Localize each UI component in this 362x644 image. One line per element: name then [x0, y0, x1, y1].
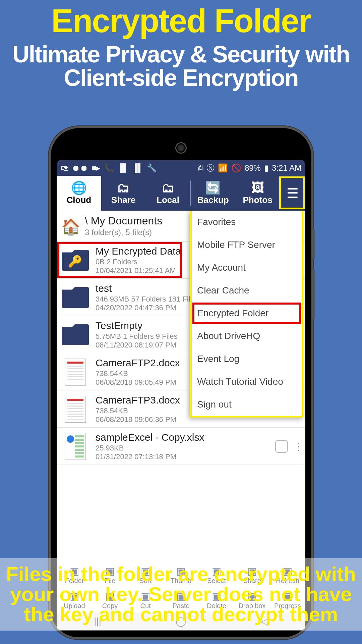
- bag-icon: 🛍: [61, 163, 69, 173]
- encrypted-folder-icon: [62, 250, 89, 271]
- menu-item-clear-cache[interactable]: Clear Cache: [192, 279, 302, 302]
- menu-button[interactable]: ☰: [280, 176, 305, 211]
- spreadsheet-icon: [65, 433, 86, 460]
- document-icon: [65, 396, 86, 423]
- tab-share[interactable]: 🗂 Share: [101, 176, 146, 211]
- call-icon: 📞: [104, 163, 114, 173]
- video-icon: ■▸: [92, 163, 101, 173]
- tab-local[interactable]: 🗂 Local: [146, 176, 190, 211]
- hamburger-icon: ☰: [287, 185, 299, 201]
- list-item[interactable]: sampleExcel - Copy.xlsx25.93KB01/31/2022…: [57, 428, 305, 465]
- promo-footer: Files in the folder are encrypted with y…: [0, 558, 362, 631]
- local-folder-icon: 🗂: [162, 181, 174, 194]
- wrench-icon: 🔧: [147, 163, 157, 173]
- item-more-icon[interactable]: ⋮: [294, 441, 301, 452]
- tab-label: Photos: [243, 195, 273, 205]
- tab-label: Cloud: [67, 195, 92, 205]
- promo-subtitle: Ultimate Privacy & Security with Client-…: [0, 40, 362, 90]
- breadcrumb-path: \ My Documents: [85, 215, 162, 227]
- menu-item-encrypted-folder[interactable]: Encrypted Folder: [192, 302, 302, 325]
- flag-icon: ▐▌: [117, 163, 129, 173]
- menu-item-sign-out[interactable]: Sign out: [192, 393, 302, 416]
- menu-item-mobile-ftp-server[interactable]: Mobile FTP Server: [192, 233, 302, 256]
- item-checkbox[interactable]: [275, 440, 288, 453]
- folder-icon: [62, 324, 89, 345]
- item-date: 01/31/2022 07:13:18 PM: [96, 452, 269, 461]
- backup-icon: 🔄: [205, 181, 221, 194]
- share-folder-icon: 🗂: [117, 181, 130, 194]
- document-icon: [65, 359, 86, 385]
- flag-icon: ▐▌: [132, 163, 143, 173]
- menu-item-favorites[interactable]: Favorites: [192, 211, 302, 233]
- phone-side-button: [312, 269, 315, 319]
- menu-item-event-log[interactable]: Event Log: [192, 347, 302, 370]
- tab-backup[interactable]: 🔄 Backup: [191, 176, 235, 211]
- battery-icon: ▮: [264, 163, 268, 173]
- menu-item-about-drivehq[interactable]: About DriveHQ: [192, 325, 302, 347]
- dnd-icon: 🚫: [231, 163, 241, 173]
- status-bar: 🛍 ⏺⏺ ■▸ 📞 ▐▌ ▐▌ 🔧 ⎙ Ⓝ 📶 🚫 89% ▮ 3:21 AM: [57, 160, 305, 176]
- voicemail-icon: ⏺⏺: [72, 163, 88, 173]
- item-name: sampleExcel - Copy.xlsx: [96, 432, 269, 443]
- tab-label: Local: [157, 195, 179, 205]
- menu-item-my-account[interactable]: My Account: [192, 256, 302, 279]
- cast-icon: ⎙: [198, 163, 203, 173]
- folder-icon: [62, 287, 89, 308]
- phone-camera: [175, 142, 187, 154]
- phone-side-button: [312, 229, 315, 259]
- tab-label: Share: [111, 195, 135, 205]
- tab-bar: 🌐 Cloud 🗂 Share 🗂 Local 🔄 Backup 🖼 Photo…: [57, 176, 305, 211]
- photos-icon: 🖼: [251, 181, 264, 194]
- item-meta: 25.93KB: [96, 444, 269, 452]
- tab-label: Backup: [197, 195, 229, 205]
- overflow-menu: FavoritesMobile FTP ServerMy AccountClea…: [190, 211, 303, 418]
- breadcrumb-meta: 3 folder(s), 5 file(s): [85, 228, 162, 237]
- menu-item-watch-tutorial-video[interactable]: Watch Tutorial Video: [192, 370, 302, 393]
- wifi-icon: 📶: [218, 163, 228, 173]
- globe-folder-icon: 🌐: [71, 181, 87, 194]
- tab-photos[interactable]: 🖼 Photos: [235, 176, 280, 211]
- battery-text: 89%: [245, 163, 261, 173]
- promo-title: Encrypted Folder: [0, 0, 362, 40]
- clock-text: 3:21 AM: [272, 163, 301, 173]
- tab-cloud[interactable]: 🌐 Cloud: [57, 176, 101, 211]
- home-icon[interactable]: 🏠: [61, 218, 79, 234]
- nfc-icon: Ⓝ: [206, 163, 215, 173]
